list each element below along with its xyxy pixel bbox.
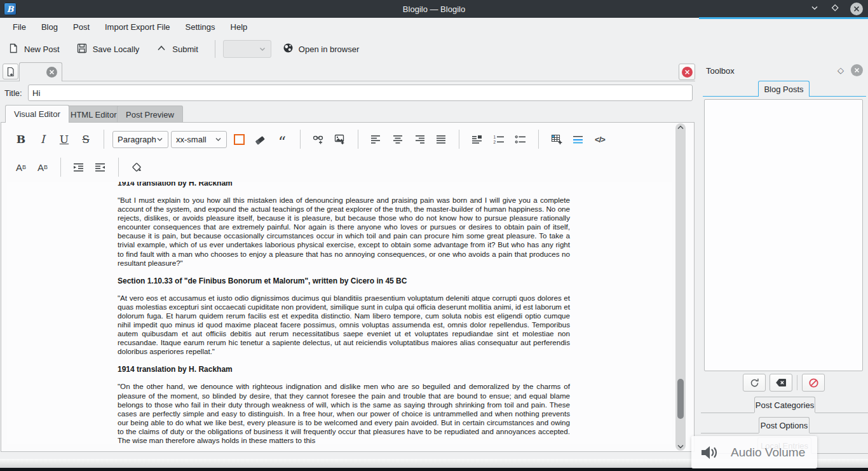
- align-justify-button[interactable]: [432, 130, 450, 148]
- titlebar[interactable]: B Blogilo — Blogilo: [0, 0, 868, 18]
- close-current-tab-button[interactable]: [679, 64, 695, 80]
- remove-format-button[interactable]: [252, 130, 269, 148]
- fill-color-button[interactable]: [128, 158, 146, 176]
- cancel-button[interactable]: [802, 374, 825, 392]
- submit-button[interactable]: Submit: [156, 43, 198, 56]
- dock-float-icon[interactable]: ◇: [837, 65, 844, 75]
- paragraph-style-select[interactable]: Paragraph: [112, 131, 168, 148]
- menu-help[interactable]: Help: [223, 18, 255, 37]
- backspace-icon: [775, 378, 787, 388]
- text-color-button[interactable]: [230, 130, 248, 148]
- title-input[interactable]: [28, 85, 693, 101]
- open-in-browser-button[interactable]: Open in browser: [283, 43, 359, 55]
- ordered-list-icon: 12: [493, 135, 505, 144]
- minimize-icon[interactable]: [810, 3, 820, 15]
- close-icon[interactable]: [850, 3, 863, 15]
- strikethrough-button[interactable]: S: [77, 130, 95, 148]
- separator: [104, 130, 104, 149]
- reload-posts-button[interactable]: [743, 374, 766, 392]
- section-paragraph: "At vero eos et accusamus et iusto odio …: [118, 294, 570, 357]
- tab-underline: [703, 96, 758, 97]
- insert-image-button[interactable]: [331, 130, 349, 148]
- editor-scrollbar[interactable]: [675, 123, 686, 451]
- tab-post-categories[interactable]: Post Categories: [754, 397, 815, 413]
- toolbar-separator: [215, 40, 215, 58]
- editor-content-area[interactable]: 1914 translation by H. Rackham "But I mu…: [7, 182, 672, 444]
- blogilo-window: B Blogilo — Blogilo File Blog Post Impor…: [0, 0, 868, 471]
- unordered-list-button[interactable]: [512, 130, 529, 148]
- refresh-icon: [749, 378, 760, 388]
- svg-text:2: 2: [494, 140, 496, 144]
- increase-indent-button[interactable]: [70, 158, 88, 176]
- subscript-button[interactable]: AB: [12, 158, 30, 176]
- bold-button[interactable]: B: [12, 130, 30, 148]
- red-close-icon: [682, 67, 693, 78]
- new-post-button[interactable]: New Post: [8, 43, 60, 56]
- tab-baseline: [701, 433, 759, 433]
- underline-button[interactable]: U: [55, 130, 73, 148]
- scroll-up-icon[interactable]: [675, 123, 686, 132]
- align-left-button[interactable]: [367, 130, 385, 148]
- superscript-button[interactable]: AB: [34, 158, 51, 176]
- scroll-down-icon[interactable]: [675, 442, 686, 451]
- tab-baseline: [810, 433, 868, 433]
- italic-button[interactable]: I: [34, 130, 51, 148]
- menu-file[interactable]: File: [5, 18, 34, 37]
- menu-settings[interactable]: Settings: [178, 18, 223, 37]
- remove-post-button[interactable]: [770, 374, 792, 392]
- new-post-label: New Post: [24, 44, 60, 54]
- align-left-icon: [370, 135, 382, 144]
- tab-post-preview[interactable]: Post Preview: [117, 106, 183, 123]
- dock-close-icon[interactable]: [851, 64, 863, 76]
- ordered-list-button[interactable]: 12: [490, 130, 508, 148]
- tab-baseline: [701, 413, 754, 413]
- font-size-value: xx-small: [176, 135, 207, 144]
- title-label: Title:: [4, 88, 22, 98]
- save-locally-button[interactable]: Save Locally: [76, 43, 140, 56]
- blog-posts-list[interactable]: [704, 99, 863, 371]
- menu-blog[interactable]: Blog: [34, 18, 65, 37]
- indent-less-icon: [95, 163, 106, 172]
- align-justify-icon: [435, 135, 447, 144]
- link-icon: [313, 133, 325, 146]
- blog-profile-select[interactable]: [223, 40, 271, 58]
- new-post-icon: [8, 43, 19, 56]
- maximize-icon[interactable]: [830, 3, 840, 15]
- tab-visual-editor[interactable]: Visual Editor: [5, 105, 69, 123]
- align-center-icon: [392, 135, 403, 144]
- svg-text:1: 1: [494, 135, 496, 139]
- insert-link-button[interactable]: [309, 130, 327, 148]
- image-icon: [334, 133, 346, 146]
- tab-baseline: [811, 453, 868, 454]
- insert-table-button[interactable]: [548, 130, 566, 148]
- tab-close-icon[interactable]: [46, 67, 57, 78]
- save-icon: [76, 43, 88, 56]
- menu-post[interactable]: Post: [65, 18, 97, 37]
- toolbox-title: Toolbox: [706, 66, 735, 76]
- new-tab-button[interactable]: [3, 64, 18, 79]
- post-tab[interactable]: [19, 62, 62, 81]
- tab-baseline: [815, 413, 868, 413]
- cancel-icon: [808, 378, 819, 388]
- align-right-button[interactable]: [410, 130, 428, 148]
- tab-html-editor[interactable]: HTML Editor: [62, 106, 125, 123]
- paint-bucket-icon: [131, 161, 143, 174]
- code-button[interactable]: </>: [591, 130, 609, 148]
- audio-volume-osd: Audio Volume: [691, 436, 817, 468]
- menu-import-export-file[interactable]: Import Export File: [97, 18, 178, 37]
- separator: [358, 130, 358, 149]
- section-heading: 1914 translation by H. Rackham: [118, 365, 570, 374]
- tab-post-options[interactable]: Post Options: [759, 417, 810, 433]
- scrollbar-thumb[interactable]: [677, 379, 684, 419]
- font-size-select[interactable]: xx-small: [171, 131, 227, 148]
- align-center-button[interactable]: [389, 130, 407, 148]
- tab-underline: [809, 96, 866, 97]
- horizontal-rule-button[interactable]: [569, 130, 587, 148]
- separator: [300, 130, 301, 149]
- separator: [797, 375, 797, 390]
- blockquote-button[interactable]: “: [273, 130, 291, 148]
- decrease-indent-button[interactable]: [92, 158, 109, 176]
- format-toolbar-row2: AB AB: [10, 156, 147, 179]
- indent-block-button[interactable]: [468, 130, 486, 148]
- tab-blog-posts[interactable]: Blog Posts: [758, 81, 810, 97]
